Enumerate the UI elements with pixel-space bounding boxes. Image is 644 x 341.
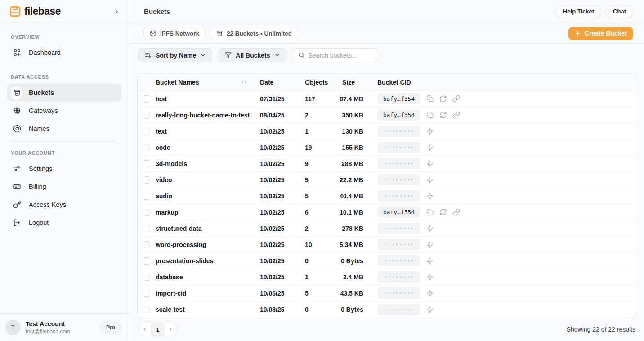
section-title-your-account: YOUR ACCOUNT (11, 150, 118, 156)
row-checkbox[interactable] (143, 144, 150, 151)
help-ticket-button[interactable]: Help Ticket (556, 5, 601, 18)
sidebar-item-access-keys[interactable]: Access Keys (7, 196, 121, 214)
sidebar-item-label: Names (29, 125, 49, 132)
link-icon[interactable] (452, 111, 460, 119)
table-row[interactable]: code 10/02/25 19 155 KB (138, 139, 636, 156)
bucket-name: test (156, 95, 260, 103)
bucket-filter-dropdown[interactable]: All Buckets (219, 48, 286, 62)
row-checkbox[interactable] (143, 176, 150, 184)
sidebar-item-label: Logout (29, 219, 49, 226)
cid-badge: bafy…f354 (377, 109, 420, 121)
bucket-date: 10/02/25 (260, 176, 305, 184)
row-checkbox[interactable] (143, 306, 150, 313)
link-icon[interactable] (452, 95, 460, 103)
row-checkbox[interactable] (143, 112, 150, 119)
sync-refresh-icon[interactable] (439, 111, 447, 119)
sidebar-item-dashboard[interactable]: Dashboard (7, 44, 121, 62)
bucket-name: database (156, 274, 260, 281)
bucket-name: presentation-slides (156, 257, 260, 265)
table-header: Bucket Names Date Objects Size Bucket CI… (138, 74, 636, 91)
row-checkbox[interactable] (143, 274, 150, 281)
lightning-generate-icon[interactable] (426, 306, 434, 313)
sync-refresh-icon[interactable] (439, 208, 447, 216)
row-checkbox[interactable] (143, 257, 150, 265)
lightning-generate-icon[interactable] (426, 274, 434, 281)
table-row[interactable]: text 10/02/25 1 130 KB (138, 123, 636, 139)
table-row[interactable]: 3d-models 10/02/25 9 288 MB (138, 156, 636, 172)
sidebar-item-names[interactable]: Names (7, 120, 121, 138)
bucket-name: 3d-models (156, 160, 260, 167)
table-row[interactable]: test 07/31/25 117 87.4 MB bafy…f354 (138, 91, 636, 107)
current-page-number[interactable]: 1 (151, 323, 164, 336)
table-row[interactable]: really-long-bucket-name-to-test 08/04/25… (138, 107, 636, 123)
section-title-overview: OVERVIEW (11, 34, 118, 40)
table-row[interactable]: structured-data 10/02/25 2 278 KB (138, 220, 636, 237)
globe-gateway-icon (11, 105, 23, 117)
lightning-generate-icon[interactable] (426, 241, 434, 248)
copy-cid-icon[interactable] (426, 95, 434, 103)
sidebar-nav: OVERVIEW Dashboard DATA ACCESS Buckets (0, 23, 129, 313)
table-row[interactable]: audio 10/02/25 5 40.4 MB (138, 188, 636, 204)
copy-cid-icon[interactable] (426, 111, 434, 119)
lightning-generate-icon[interactable] (426, 160, 434, 167)
bucket-name: import-cid (156, 290, 260, 297)
sort-label: Sort by Name (156, 52, 196, 59)
table-row[interactable]: scale-test 10/08/25 0 0 Bytes (138, 301, 636, 318)
sidebar-item-logout[interactable]: Logout (7, 214, 121, 232)
row-checkbox[interactable] (143, 160, 150, 167)
row-checkbox[interactable] (143, 225, 150, 232)
table-row[interactable]: database 10/02/25 1 2.4 MB (138, 269, 636, 285)
account-footer[interactable]: T Test Account test@filebase.com Pro (0, 313, 129, 341)
row-checkbox[interactable] (143, 241, 150, 248)
sync-refresh-icon[interactable] (439, 95, 447, 103)
lightning-generate-icon[interactable] (426, 144, 434, 151)
link-icon[interactable] (452, 208, 460, 216)
table-row[interactable]: import-cid 10/06/25 5 43.5 KB (138, 285, 636, 301)
table-row[interactable]: word-processing 10/02/25 10 5.34 MB (138, 237, 636, 253)
logout-icon (11, 217, 23, 229)
lightning-generate-icon[interactable] (426, 290, 434, 297)
bucket-size: 87.4 MB (339, 95, 375, 103)
lightning-generate-icon[interactable] (426, 128, 434, 135)
copy-cid-icon[interactable] (426, 208, 434, 216)
hidden-cid-badge (377, 174, 420, 185)
sidebar-collapse-icon[interactable] (112, 7, 121, 17)
sidebar-item-settings[interactable]: Settings (7, 160, 121, 178)
hidden-cid-badge (377, 126, 420, 137)
lightning-generate-icon[interactable] (426, 176, 434, 184)
cid-badge: bafy…f354 (377, 93, 420, 104)
lightning-generate-icon[interactable] (426, 193, 434, 200)
search-input[interactable] (309, 52, 373, 59)
bucket-date: 10/06/25 (260, 290, 305, 297)
table-row[interactable]: video 10/02/25 5 22.2 MB (138, 172, 636, 188)
row-checkbox[interactable] (143, 95, 150, 103)
lightning-generate-icon[interactable] (426, 257, 434, 265)
row-checkbox[interactable] (143, 193, 150, 200)
row-checkbox[interactable] (143, 128, 150, 135)
previous-page-button[interactable] (139, 323, 151, 336)
table-row[interactable]: markup 10/02/25 6 10.1 MB bafy…f354 (138, 204, 636, 220)
sidebar-item-billing[interactable]: Billing (7, 178, 121, 196)
sidebar-item-buckets[interactable]: Buckets (7, 84, 121, 102)
row-checkbox[interactable] (143, 209, 150, 216)
bucket-date: 10/02/25 (260, 209, 305, 216)
hidden-cid-badge (377, 287, 420, 299)
sidebar-item-label: Buckets (29, 89, 54, 96)
sidebar-item-gateways[interactable]: Gateways (7, 102, 121, 120)
create-bucket-button[interactable]: Create Bucket (568, 27, 633, 40)
sort-dropdown[interactable]: Sort by Name (138, 48, 212, 62)
column-header-bucket-cid: Bucket CID (375, 79, 636, 86)
bucket-count-label: 22 Buckets • Unlimited (227, 30, 292, 37)
table-row[interactable]: presentation-slides 10/02/25 0 0 Bytes (138, 253, 636, 269)
filter-row: Sort by Name All Buckets (138, 48, 636, 62)
next-page-button[interactable] (164, 323, 177, 336)
bucket-size: 278 KB (339, 225, 375, 232)
row-checkbox[interactable] (143, 290, 150, 297)
bucket-objects: 6 (305, 209, 339, 216)
column-resize-handle-icon[interactable] (241, 79, 247, 85)
bucket-date: 10/02/25 (260, 160, 305, 167)
bucket-date: 10/02/25 (260, 274, 305, 281)
lightning-generate-icon[interactable] (426, 225, 434, 232)
chat-button[interactable]: Chat (606, 5, 633, 18)
results-summary: Showing 22 of 22 results (567, 326, 635, 333)
